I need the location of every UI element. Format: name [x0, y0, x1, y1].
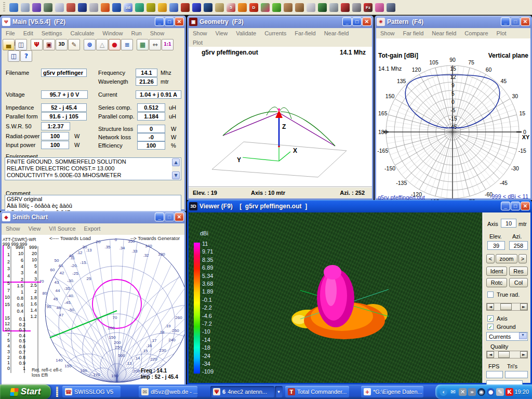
emule-alt-icon[interactable] — [295, 3, 304, 12]
pattern-menu-plot[interactable]: Plot — [493, 28, 511, 37]
taskbar-button-swisslog-v5[interactable]: ☎SWISSLOG V5 — [62, 386, 121, 397]
collapse-chevron-icon[interactable]: ‹ — [440, 388, 447, 396]
field-value-structure-loss[interactable]: 0 — [137, 125, 165, 133]
flight-sim-icon[interactable] — [44, 3, 52, 12]
geometry-menu-show[interactable]: Show — [189, 28, 211, 37]
scroll-up-icon[interactable]: ▲ — [172, 158, 180, 166]
ground-checkbox[interactable]: ✓ — [487, 324, 494, 330]
quality-thumb[interactable] — [498, 351, 510, 358]
view-scrollbar[interactable]: ◄ ► — [486, 303, 528, 311]
green-globe-icon[interactable] — [135, 3, 144, 12]
pattern-titlebar[interactable]: ✳ Pattern (F4) _ □ ✕ — [375, 16, 532, 28]
field-value-voltage[interactable]: 95.7 + j 0 V — [41, 90, 88, 99]
zoom-button[interactable]: zoom — [496, 254, 517, 263]
outlook-icon[interactable] — [9, 3, 18, 12]
environment-box[interactable]: ▲ ▼ FINITE GROUND. SOMMERFELD SOLUTIONRE… — [5, 157, 181, 180]
taskbar-button-g-eigene-daten[interactable]: +*G:\Eigene Daten... — [361, 386, 423, 397]
pattern-menu-show[interactable]: Show — [376, 28, 399, 37]
tv-static-icon[interactable] — [341, 3, 350, 12]
main-close-button[interactable]: ✕ — [175, 17, 184, 26]
pattern-canvas[interactable]: 1512950-5-15-4590-9075604530150105120135… — [376, 38, 530, 198]
field-value-impedance[interactable]: 52 - j 45.4 — [41, 103, 87, 112]
emule-icon[interactable] — [284, 3, 292, 12]
amber-ball-icon[interactable] — [158, 3, 167, 12]
pattern-close-button[interactable]: ✕ — [521, 17, 530, 26]
environment-scrollbar[interactable]: ▲ ▼ — [172, 158, 180, 179]
smith-minimize-button[interactable]: _ — [155, 212, 164, 221]
zoom-out-button[interactable]: < — [486, 254, 495, 263]
taskbar-button-dl5vz-web-de[interactable]: ✉dl5vz@web.de - ... — [139, 386, 197, 397]
true-rad-checkbox[interactable] — [487, 291, 494, 298]
rotc-button[interactable]: Rotc — [486, 278, 507, 287]
start-button[interactable]: Start — [0, 384, 51, 399]
geometry-menu-far-field[interactable]: Far-field — [290, 28, 320, 37]
field-value-frequency[interactable]: 14.1 — [136, 69, 157, 77]
dark-globe-icon[interactable] — [204, 3, 212, 12]
tree-icon[interactable] — [261, 3, 270, 12]
my-computer-icon[interactable] — [21, 3, 30, 12]
filezilla-icon[interactable]: Fz — [364, 3, 373, 12]
main-titlebar[interactable]: Ψ Main [V5.5.4] (F2) _ □ ✕ — [0, 16, 186, 28]
display-mode-dropdown[interactable]: Currents ▼ — [486, 332, 528, 341]
dragon-icon[interactable] — [181, 3, 190, 12]
axis-checkbox[interactable]: ✓ — [487, 315, 494, 322]
blue-tower-icon[interactable] — [112, 3, 121, 12]
pen-icon[interactable]: ✎ — [496, 388, 504, 396]
field-value-efficiency[interactable]: 100 — [137, 141, 165, 150]
zoom-in-button[interactable]: > — [518, 254, 527, 263]
azi-input[interactable] — [509, 241, 528, 250]
user-agent-icon[interactable] — [66, 3, 75, 12]
field-value-parallel-form[interactable]: 91.6 - j 105 — [41, 112, 87, 121]
geometry-menu-plot[interactable]: Plot — [189, 37, 207, 47]
smith-menu-show[interactable]: Show — [2, 223, 24, 233]
world-globe-icon[interactable] — [78, 3, 87, 12]
folder-tool-icon[interactable] — [215, 3, 224, 12]
geometry-titlebar[interactable]: ▣ Geometry (F3) _ □ ✕ — [187, 16, 374, 28]
ident-button[interactable]: Ident — [486, 267, 507, 276]
globe-tray-icon[interactable]: ◉ — [477, 388, 485, 396]
toolbar-grip[interactable] — [3, 2, 5, 12]
geometry-menu-currents[interactable]: Currents — [260, 28, 290, 37]
main-minimize-button[interactable]: _ — [155, 17, 164, 26]
axis-length-input[interactable] — [501, 219, 516, 228]
notecard-icon[interactable] — [307, 3, 315, 12]
smith-menu-view[interactable]: View — [24, 223, 45, 233]
orange-box-icon[interactable] — [238, 3, 247, 12]
radio-icon[interactable] — [352, 3, 361, 12]
smith-titlebar[interactable]: ◆ Smith Chart _ □ ✕ — [0, 211, 186, 223]
viewer-minimize-button[interactable]: _ — [501, 202, 510, 210]
res-button[interactable]: Res — [509, 267, 528, 276]
pattern-maximize-button[interactable]: □ — [511, 17, 520, 26]
scroll-left-icon[interactable]: ◄ — [487, 303, 494, 310]
dark-sphere-icon[interactable] — [318, 3, 327, 12]
scroll-right-icon[interactable]: ► — [520, 303, 527, 310]
taskbar-button-total-commander[interactable]: TTotal Commander... — [285, 386, 349, 397]
dropdown-arrow-icon[interactable]: ▼ — [519, 332, 527, 339]
media-player-icon[interactable] — [32, 3, 41, 12]
field-value-network-loss[interactable]: -0 — [137, 133, 165, 141]
field-value-parallel-comp[interactable]: 1.184 — [137, 112, 165, 121]
geometry-minimize-button[interactable]: _ — [342, 17, 352, 26]
dual-monitor-icon[interactable] — [387, 3, 395, 12]
field-value-s-w-r-50[interactable]: 1:2.37 — [41, 122, 70, 130]
taskbar-group-arrow-icon[interactable]: ▾ — [275, 386, 283, 397]
phone-dialer-icon[interactable] — [147, 3, 155, 12]
field-value-input-power[interactable]: 100 — [41, 141, 69, 149]
red-d-icon[interactable]: D — [249, 3, 258, 12]
geometry-menu-validate[interactable]: Validate — [232, 28, 260, 37]
taskbar-grip[interactable] — [56, 387, 58, 397]
field-value-radiat-power[interactable]: 100 — [41, 132, 69, 140]
antivirus-icon[interactable]: K — [506, 388, 513, 396]
audio-icon[interactable] — [89, 3, 98, 12]
geometry-menu-near-field[interactable]: Near-field — [320, 28, 353, 37]
pink-user-icon[interactable] — [375, 3, 384, 12]
field-value-current[interactable]: 1.04 + j 0.91 A — [136, 90, 181, 99]
pattern-minimize-button[interactable]: _ — [501, 17, 510, 26]
geometry-maximize-button[interactable]: □ — [352, 17, 362, 26]
elev-input[interactable] — [487, 241, 505, 250]
cd-burn-icon[interactable] — [55, 3, 64, 12]
fire-app-icon[interactable] — [101, 3, 110, 12]
quality-right-icon[interactable]: ► — [520, 351, 527, 358]
smith-close-button[interactable]: ✕ — [175, 212, 184, 221]
col-button[interactable]: Col — [509, 278, 528, 287]
